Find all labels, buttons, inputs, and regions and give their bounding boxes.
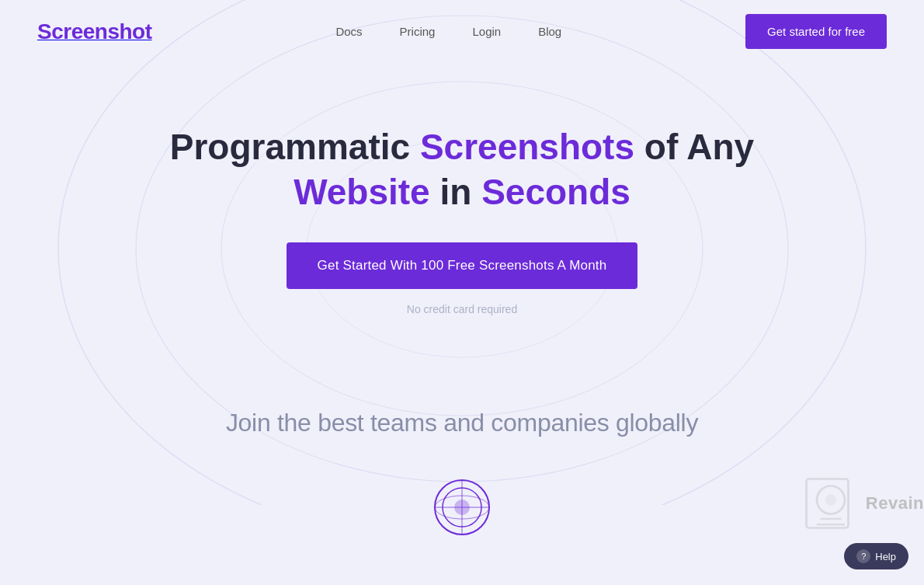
help-button[interactable]: ? Help bbox=[844, 543, 908, 569]
svg-point-12 bbox=[825, 494, 836, 505]
hero-title-part1: Programmatic bbox=[170, 127, 420, 167]
hero-cta-button[interactable]: Get Started With 100 Free Screenshots A … bbox=[287, 242, 638, 289]
logo[interactable]: Screenshot bbox=[37, 19, 152, 44]
bottom-icons bbox=[19, 437, 905, 538]
help-icon: ? bbox=[856, 549, 870, 563]
revain-text: Revain bbox=[866, 493, 924, 514]
nav-links: Docs Pricing Login Blog bbox=[335, 25, 561, 39]
hero-title-highlight3: Seconds bbox=[481, 172, 630, 212]
hero-title-part2: of Any bbox=[634, 127, 754, 167]
help-label: Help bbox=[875, 551, 896, 562]
hero-title-highlight2: Website bbox=[294, 172, 430, 212]
hero-title-part3: in bbox=[430, 172, 481, 212]
nav-cta-button[interactable]: Get started for free bbox=[745, 14, 887, 49]
hero-title-highlight1: Screenshots bbox=[420, 127, 634, 167]
navbar: Screenshot Docs Pricing Login Blog Get s… bbox=[0, 0, 924, 63]
nav-link-login[interactable]: Login bbox=[472, 25, 501, 38]
hero-title: Programmatic Screenshots of Any Website … bbox=[167, 125, 757, 214]
nav-link-pricing[interactable]: Pricing bbox=[400, 25, 436, 38]
hero-section: Programmatic Screenshots of Any Website … bbox=[0, 63, 924, 346]
company-icon bbox=[431, 476, 493, 538]
hero-no-cc-text: No credit card required bbox=[407, 303, 517, 315]
revain-logo-icon bbox=[796, 468, 866, 538]
nav-link-blog[interactable]: Blog bbox=[538, 25, 561, 38]
companies-title: Join the best teams and companies global… bbox=[19, 409, 905, 437]
nav-link-docs[interactable]: Docs bbox=[335, 25, 362, 38]
companies-section: Join the best teams and companies global… bbox=[0, 346, 924, 538]
revain-watermark: Revain bbox=[796, 468, 924, 538]
